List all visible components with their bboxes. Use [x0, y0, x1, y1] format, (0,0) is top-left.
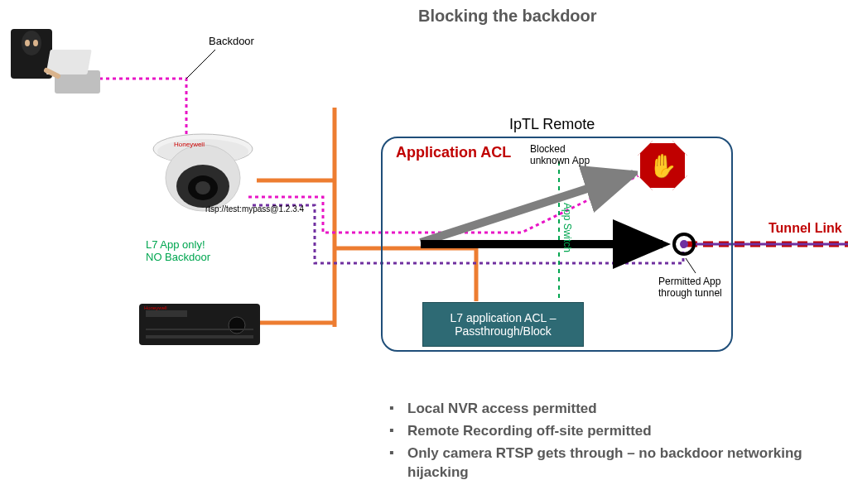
l7-only-line2: NO Backdoor — [146, 251, 210, 263]
blocked-app-label: Blocked unknown App — [530, 143, 596, 166]
list-item: Remote Recording off-site permitted — [389, 421, 836, 441]
svg-point-21 — [195, 181, 210, 194]
backdoor-label: Backdoor — [209, 35, 254, 47]
permitted-ring-icon — [672, 233, 696, 256]
svg-rect-26 — [146, 335, 253, 338]
nvr-icon: Honeywell — [137, 302, 262, 348]
app-switch-label: App Switch — [561, 203, 573, 252]
diagram-title: Blocking the backdoor — [418, 7, 597, 26]
l7-box-line2: Passthrough/Block — [455, 324, 552, 338]
l7-acl-box: L7 application ACL – Passthrough/Block — [422, 302, 584, 347]
svg-text:Honeywell: Honeywell — [174, 141, 205, 148]
svg-rect-15 — [46, 50, 91, 74]
iptl-remote-label: IpTL Remote — [509, 116, 595, 133]
svg-point-12 — [25, 40, 30, 46]
svg-rect-27 — [146, 329, 253, 330]
svg-line-5 — [186, 50, 215, 79]
permitted-app-label: Permitted App through tunnel — [658, 276, 749, 299]
svg-rect-24 — [146, 310, 187, 317]
hacker-icon — [7, 25, 106, 99]
l7-only-line1: L7 App only! — [146, 238, 205, 251]
list-item: Only camera RTSP gets through – no backd… — [389, 444, 836, 483]
stop-sign-icon: ✋ — [638, 141, 687, 190]
application-acl-label: Application ACL — [396, 144, 511, 161]
l7-box-line1: L7 application ACL – — [450, 311, 556, 324]
svg-text:Honeywell: Honeywell — [144, 305, 167, 310]
svg-point-11 — [22, 31, 41, 55]
hand-icon: ✋ — [648, 152, 677, 180]
list-item: Local NVR access permitted — [389, 399, 836, 419]
tunnel-link-label: Tunnel Link — [768, 221, 842, 236]
bullet-list: Local NVR access permitted Remote Record… — [373, 399, 836, 485]
rtsp-label: rtsp://test:mypass@1.2.3.4 — [205, 204, 304, 214]
l7-only-label: L7 App only! NO Backdoor — [146, 238, 210, 263]
svg-point-13 — [33, 40, 38, 46]
svg-point-25 — [229, 317, 245, 334]
